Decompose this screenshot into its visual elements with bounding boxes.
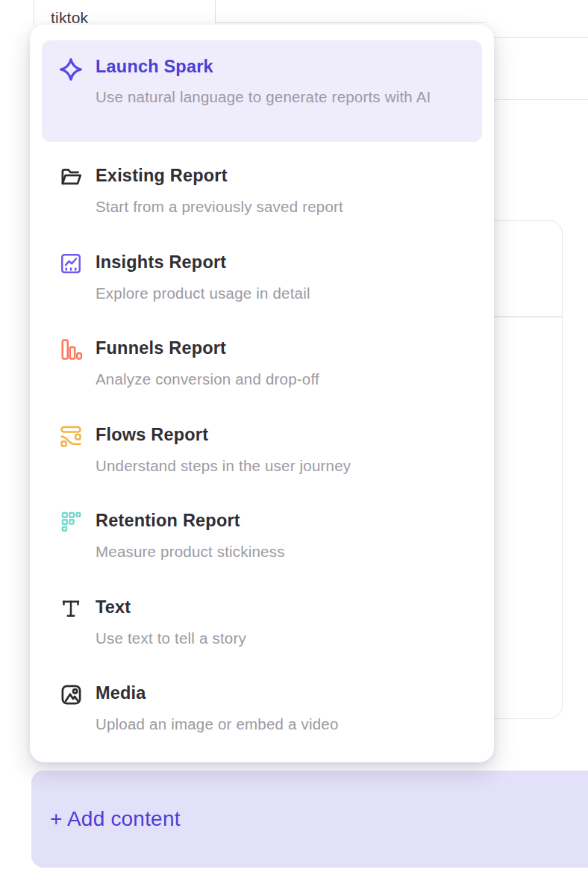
- menu-item-retention-report[interactable]: Retention Report Measure product stickin…: [58, 509, 482, 562]
- menu-item-launch-spark[interactable]: Launch Spark Use natural language to gen…: [42, 40, 482, 142]
- menu-item-description: Upload an image or embed a video: [96, 714, 339, 735]
- funnel-bars-icon: [58, 337, 84, 362]
- bg-table-vline-right: [215, 0, 216, 22]
- bg-table-vline-left: [34, 0, 34, 25]
- menu-item-text[interactable]: Text Use text to tell a story: [58, 596, 482, 649]
- menu-item-flows-report[interactable]: Flows Report Understand steps in the use…: [58, 423, 482, 476]
- menu-item-label: Funnels Report: [96, 337, 319, 359]
- flows-path-icon: [58, 423, 84, 449]
- menu-item-label: Media: [96, 682, 339, 704]
- menu-item-media[interactable]: Media Upload an image or embed a video: [58, 682, 482, 735]
- menu-item-label: Launch Spark: [96, 55, 431, 78]
- menu-item-description: Use text to tell a story: [96, 628, 246, 649]
- add-content-button[interactable]: + Add content: [31, 771, 588, 868]
- add-content-menu: Launch Spark Use natural language to gen…: [30, 25, 494, 762]
- text-icon: [58, 596, 84, 621]
- menu-item-label: Existing Report: [96, 164, 343, 187]
- menu-item-insights-report[interactable]: Insights Report Explore product usage in…: [58, 251, 482, 304]
- folder-open-icon: [58, 164, 84, 190]
- menu-item-existing-report[interactable]: Existing Report Start from a previously …: [58, 164, 482, 217]
- menu-item-label: Insights Report: [96, 251, 310, 273]
- media-image-icon: [58, 682, 84, 707]
- bg-table-hline-1: [215, 22, 485, 23]
- retention-grid-icon: [58, 509, 84, 535]
- menu-item-description: Measure product stickiness: [96, 541, 285, 562]
- insights-chart-icon: [58, 251, 84, 276]
- menu-item-description: Analyze conversion and drop-off: [96, 369, 319, 390]
- menu-item-description: Understand steps in the user journey: [96, 455, 351, 476]
- bg-table-hline-2: [492, 37, 588, 38]
- menu-item-label: Flows Report: [96, 423, 351, 446]
- spark-icon: [58, 55, 84, 81]
- menu-item-description: Start from a previously saved report: [96, 196, 343, 217]
- menu-item-funnels-report[interactable]: Funnels Report Analyze conversion and dr…: [58, 337, 482, 390]
- bg-table-hline-3: [492, 99, 588, 100]
- menu-item-label: Retention Report: [96, 509, 285, 532]
- menu-item-description: Use natural language to generate reports…: [96, 84, 431, 111]
- menu-item-description: Explore product usage in detail: [96, 283, 310, 304]
- menu-item-label: Text: [96, 596, 246, 618]
- add-content-label: + Add content: [50, 807, 181, 831]
